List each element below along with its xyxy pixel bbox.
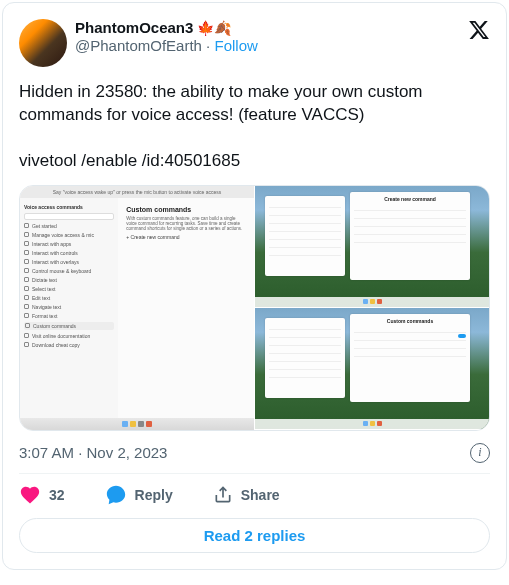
controls-icon — [24, 250, 29, 255]
format-icon — [24, 313, 29, 318]
display-name-text: PhantomOcean3 — [75, 19, 193, 37]
tweet-header: PhantomOcean3 🍁🍂 @PhantomOfEarth · Follo… — [19, 19, 490, 67]
edit-icon — [24, 295, 29, 300]
settings-window: ⠀⠀⠀⠀⠀⠀⠀ — [265, 196, 345, 276]
x-logo-icon[interactable] — [468, 19, 490, 41]
divider — [19, 473, 490, 474]
dialog-title: Custom commands — [354, 318, 466, 324]
display-name[interactable]: PhantomOcean3 🍁🍂 — [75, 19, 258, 37]
sidebar-item: Visit online documentation — [24, 333, 114, 339]
sidebar-item: Navigate text — [24, 304, 114, 310]
sidebar-item: Format text — [24, 313, 114, 319]
screenshot-left: Say "voice access wake up" or press the … — [20, 186, 255, 430]
sidebar-item: Dictate text — [24, 277, 114, 283]
select-icon — [24, 286, 29, 291]
dialog-window: Custom commands ⠀⠀⠀⠀ — [350, 314, 470, 402]
avatar[interactable] — [19, 19, 67, 67]
sidebar-item: Manage voice access & mic — [24, 232, 114, 238]
timestamp[interactable]: 3:07 AM · Nov 2, 2023 — [19, 444, 167, 461]
screenshot-right-col: ⠀⠀⠀⠀⠀⠀⠀ Create new command ⠀⠀⠀⠀⠀ ⠀⠀⠀⠀⠀⠀⠀… — [255, 186, 489, 430]
screenshot-bottom-right: ⠀⠀⠀⠀⠀⠀⠀ Custom commands ⠀⠀⠀⠀ — [255, 308, 489, 430]
apps-icon — [24, 241, 29, 246]
mouse-icon — [24, 268, 29, 273]
share-icon — [213, 485, 233, 505]
handle[interactable]: @PhantomOfEarth — [75, 37, 202, 54]
handle-line: @PhantomOfEarth · Follow — [75, 37, 258, 55]
taskbar — [255, 297, 489, 307]
settings-main: Custom commands With custom commands fea… — [118, 198, 254, 418]
sidebar-item: Interact with controls — [24, 250, 114, 256]
sidebar-item: Download cheat copy — [24, 342, 114, 348]
like-button[interactable]: 32 — [19, 484, 65, 506]
read-replies-button[interactable]: Read 2 replies — [19, 518, 490, 553]
name-emoji: 🍁🍂 — [197, 20, 231, 37]
follow-link[interactable]: Follow — [214, 37, 257, 54]
author-names: PhantomOcean3 🍁🍂 @PhantomOfEarth · Follo… — [75, 19, 258, 55]
sidebar-item-custom: Custom commands — [24, 322, 114, 330]
search-input — [24, 213, 114, 220]
dictate-icon — [24, 277, 29, 282]
doc-icon — [24, 333, 29, 338]
taskbar — [255, 419, 489, 429]
settings-pane: Voice access commands Get started Manage… — [20, 198, 254, 418]
tweet-media[interactable]: Say "voice access wake up" or press the … — [19, 185, 490, 431]
main-heading: Custom commands — [126, 206, 246, 213]
sidebar-item: Get started — [24, 223, 114, 229]
reply-icon — [105, 484, 127, 506]
tweet-card: PhantomOcean3 🍁🍂 @PhantomOfEarth · Follo… — [2, 2, 507, 570]
taskbar — [20, 418, 254, 430]
screenshot-top-right: ⠀⠀⠀⠀⠀⠀⠀ Create new command ⠀⠀⠀⠀⠀ — [255, 186, 489, 308]
sidebar-item: Edit text — [24, 295, 114, 301]
share-label: Share — [241, 487, 280, 503]
sidebar-item: Interact with apps — [24, 241, 114, 247]
download-icon — [24, 342, 29, 347]
actions-row: 32 Reply Share — [19, 484, 490, 506]
share-button[interactable]: Share — [213, 485, 280, 505]
info-icon[interactable]: i — [470, 443, 490, 463]
tweet-text: Hidden in 23580: the ability to make you… — [19, 81, 490, 173]
toggle-icon — [458, 334, 466, 338]
mic-icon — [24, 232, 29, 237]
nav-icon — [24, 304, 29, 309]
sidebar-item: Interact with overlays — [24, 259, 114, 265]
settings-window: ⠀⠀⠀⠀⠀⠀⠀ — [265, 318, 345, 398]
voice-access-topbar: Say "voice access wake up" or press the … — [20, 186, 254, 198]
dialog-window: Create new command ⠀⠀⠀⠀⠀ — [350, 192, 470, 280]
sidebar-item: Control mouse & keyboard — [24, 268, 114, 274]
sidebar-item: Select text — [24, 286, 114, 292]
overlay-icon — [24, 259, 29, 264]
sidebar-title: Voice access commands — [24, 204, 114, 210]
timestamp-row: 3:07 AM · Nov 2, 2023 i — [19, 443, 490, 463]
reply-button[interactable]: Reply — [105, 484, 173, 506]
reply-label: Reply — [135, 487, 173, 503]
create-command-btn: + Create new command — [126, 234, 246, 240]
settings-sidebar: Voice access commands Get started Manage… — [20, 198, 118, 418]
dialog-title: Create new command — [354, 196, 466, 202]
custom-icon — [25, 323, 30, 328]
main-desc: With custom commands feature, one can bu… — [126, 216, 246, 231]
heart-icon — [19, 484, 41, 506]
like-count: 32 — [49, 487, 65, 503]
play-icon — [24, 223, 29, 228]
